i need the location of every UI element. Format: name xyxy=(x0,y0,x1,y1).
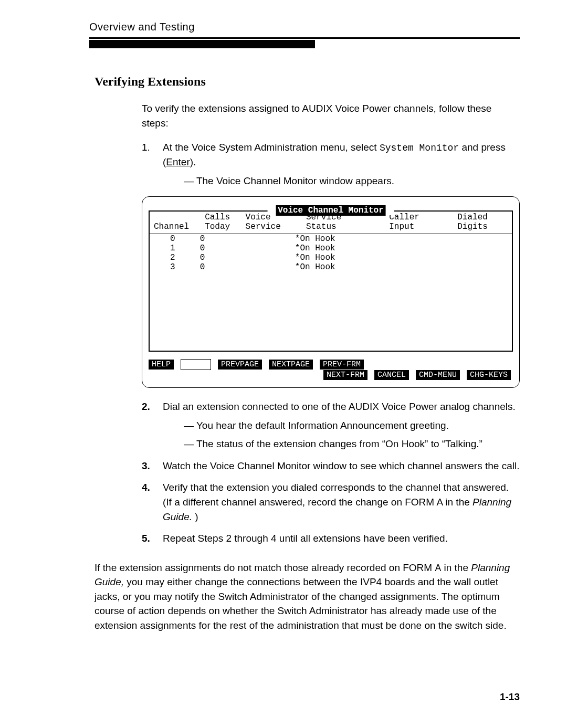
terminal-window: Voice Channel Monitor Channel CallsToday… xyxy=(142,196,520,388)
closing-post: you may either change the connections be… xyxy=(94,576,507,631)
step-number: 2. xyxy=(142,399,150,414)
step-4: 4. Verify that the extension you dialed … xyxy=(142,480,520,524)
section-heading: Verifying Extensions xyxy=(94,75,520,89)
step-text-post: ). xyxy=(190,156,196,167)
col-channel: Channel xyxy=(150,212,201,233)
step-text: At the Voice System Administration menu,… xyxy=(163,142,506,167)
function-key-row: HELP PREVPAGE NEXTPAGE PREV-FRM NEXT-FRM… xyxy=(149,359,513,380)
col-calls: CallsToday xyxy=(201,212,241,233)
terminal-box: Voice Channel Monitor Channel CallsToday… xyxy=(149,210,513,352)
terminal-title-text: Voice Channel Monitor xyxy=(276,205,386,216)
fkey-prevfrm: PREV-FRM xyxy=(320,360,364,370)
step-text-post: ) xyxy=(192,511,198,522)
step-text-pre: Verify that the extension you dialed cor… xyxy=(163,482,509,508)
intro-paragraph: To verify the extensions assigned to AUD… xyxy=(142,101,520,130)
inline-code: System Monitor xyxy=(380,143,459,153)
step-1: 1. At the Voice System Administration me… xyxy=(142,140,520,188)
step-5: 5. Repeat Steps 2 through 4 until all ex… xyxy=(142,531,520,546)
fkey-help: HELP xyxy=(149,360,174,370)
closing-pre: If the extension assignments do not matc… xyxy=(94,562,435,573)
fkey-blank xyxy=(181,359,211,370)
col-caller: CallerInput xyxy=(385,212,453,233)
fkey-cancel: CANCEL xyxy=(374,370,409,380)
step-text-pre: At the Voice System Administration menu,… xyxy=(163,142,380,153)
table-row: 2 0 *On Hook xyxy=(150,253,512,262)
step-number: 5. xyxy=(142,531,150,546)
step-text: Repeat Steps 2 through 4 until all exten… xyxy=(163,533,448,544)
table-row: 1 0 *On Hook xyxy=(150,244,512,253)
step-text: Dial an extension connected to one of th… xyxy=(163,401,516,412)
step-2: 2. Dial an extension connected to one of… xyxy=(142,399,520,451)
step-subitem: — The status of the extension changes fr… xyxy=(184,437,520,451)
step-number: 4. xyxy=(142,480,150,495)
terminal-title: Voice Channel Monitor xyxy=(268,206,394,215)
fkey-prevpage: PREVPAGE xyxy=(218,360,262,370)
step-3: 3. Watch the Voice Channel Monitor windo… xyxy=(142,459,520,473)
step-subitem: — The Voice Channel Monitor window appea… xyxy=(184,174,520,188)
step-subitem: — You hear the default Information Annou… xyxy=(184,418,520,433)
closing-paragraph: If the extension assignments do not matc… xyxy=(94,561,520,633)
page-number: 1-13 xyxy=(500,691,520,703)
form-a-smallcaps: A xyxy=(435,563,441,573)
step-text: Watch the Voice Channel Monitor window t… xyxy=(163,460,519,471)
fkey-cmdmenu: CMD-MENU xyxy=(416,370,460,380)
step-number: 1. xyxy=(142,140,150,155)
step-text: Verify that the extension you dialed cor… xyxy=(163,482,511,522)
running-header: Overview and Testing xyxy=(47,21,520,33)
header-black-bar xyxy=(89,40,315,48)
fkey-nextfrm: NEXT-FRM xyxy=(323,370,368,380)
fkey-chgkeys: CHG-KEYS xyxy=(467,370,511,380)
step-number: 3. xyxy=(142,459,150,473)
col-dialed: DialedDigits xyxy=(453,212,512,233)
table-row: 3 0 *On Hook xyxy=(150,262,512,272)
fkey-nextpage: NEXTPAGE xyxy=(269,360,313,370)
terminal-data-table: 0 0 *On Hook 1 0 *On H xyxy=(150,234,512,351)
enter-key: Enter xyxy=(166,156,190,167)
header-rule xyxy=(89,37,520,39)
table-row: 0 0 *On Hook xyxy=(150,234,512,244)
closing-mid: in the xyxy=(441,562,471,573)
